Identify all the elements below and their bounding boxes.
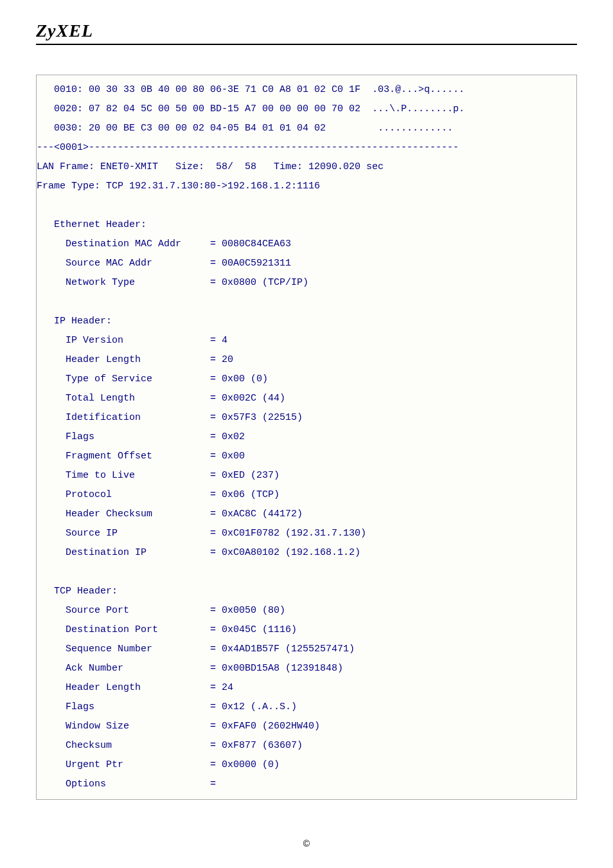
header-divider	[36, 44, 577, 45]
packet-line: Idetification = 0x57F3 (22515)	[37, 408, 576, 428]
packet-line: Header Checksum = 0xAC8C (44172)	[37, 505, 576, 524]
packet-line: IP Version = 4	[37, 331, 576, 350]
packet-line	[37, 293, 576, 312]
packet-line: IP Header:	[37, 312, 576, 331]
packet-trace-box: 0010: 00 30 33 0B 40 00 80 06-3E 71 C0 A…	[36, 75, 577, 800]
packet-line: Window Size = 0xFAF0 (2602HW40)	[37, 717, 576, 736]
packet-line	[37, 563, 576, 582]
packet-line	[37, 196, 576, 215]
packet-line: Flags = 0x02	[37, 428, 576, 447]
packet-line: 0020: 07 82 04 5C 00 50 00 BD-15 A7 00 0…	[37, 100, 576, 119]
packet-line: Destination IP = 0xC0A80102 (192.168.1.2…	[37, 543, 576, 563]
packet-line: Header Length = 24	[37, 678, 576, 698]
packet-line: Total Length = 0x002C (44)	[37, 389, 576, 408]
packet-line: 0030: 20 00 BE C3 00 00 02 04-05 B4 01 0…	[37, 119, 576, 138]
packet-line: Destination Port = 0x045C (1116)	[37, 620, 576, 640]
packet-line: Flags = 0x12 (.A..S.)	[37, 698, 576, 717]
packet-line: Fragment Offset = 0x00	[37, 447, 576, 466]
packet-line: Time to Live = 0xED (237)	[37, 466, 576, 485]
packet-line: Network Type = 0x0800 (TCP/IP)	[37, 273, 576, 293]
packet-line: Protocol = 0x06 (TCP)	[37, 485, 576, 505]
page-footer: ©	[0, 838, 613, 849]
packet-line: Urgent Ptr = 0x0000 (0)	[37, 755, 576, 775]
packet-line: Type of Service = 0x00 (0)	[37, 370, 576, 389]
packet-line: Options =	[37, 775, 576, 794]
packet-line: Source MAC Addr = 00A0C5921311	[37, 254, 576, 273]
packet-line: Sequence Number = 0x4AD1B57F (1255257471…	[37, 640, 576, 659]
packet-line: 0010: 00 30 33 0B 40 00 80 06-3E 71 C0 A…	[37, 80, 576, 100]
packet-line: Header Length = 20	[37, 350, 576, 370]
brand-logo: ZyXEL	[36, 21, 577, 41]
packet-line: Source Port = 0x0050 (80)	[37, 601, 576, 620]
page-header: ZyXEL	[0, 0, 613, 50]
packet-line: Frame Type: TCP 192.31.7.130:80->192.168…	[37, 177, 576, 196]
packet-line: Checksum = 0xF877 (63607)	[37, 736, 576, 755]
packet-line: LAN Frame: ENET0-XMIT Size: 58/ 58 Time:…	[37, 158, 576, 177]
packet-line: ---<0001>-------------------------------…	[37, 138, 576, 158]
packet-line: Destination MAC Addr = 0080C84CEA63	[37, 235, 576, 254]
packet-line: TCP Header:	[37, 582, 576, 601]
packet-line: Ack Number = 0x00BD15A8 (12391848)	[37, 659, 576, 678]
content-area: 0010: 00 30 33 0B 40 00 80 06-3E 71 C0 A…	[0, 50, 613, 813]
packet-line: Ethernet Header:	[37, 215, 576, 235]
packet-line: Source IP = 0xC01F0782 (192.31.7.130)	[37, 524, 576, 543]
